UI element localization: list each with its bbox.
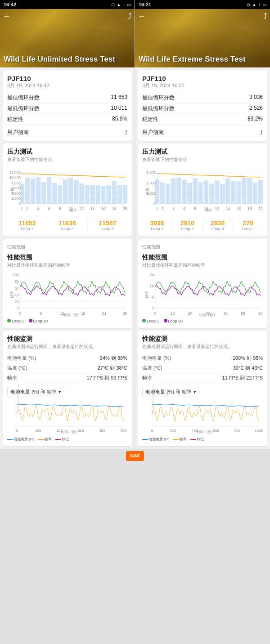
user-guide-label: 用户指南 — [7, 129, 29, 136]
svg-text:40: 40 — [15, 293, 19, 297]
stat-value: 11 653 — [111, 94, 127, 102]
svg-text:6: 6 — [40, 312, 42, 316]
svg-text:18: 18 — [112, 207, 117, 211]
perf-range-heading: 性能范围 — [7, 254, 127, 262]
back-arrow-icon[interactable]: ← — [138, 12, 146, 21]
status-bar: 16:42 ⊙ ▲ ↑ ▭ — [0, 0, 135, 9]
monitor-label: 电池电量 (%) — [142, 355, 171, 362]
svg-text:4: 4 — [37, 207, 40, 211]
panel-title: Wild Life Extreme Stress Test — [139, 54, 266, 64]
status-time: 16:42 — [4, 2, 16, 7]
svg-text:14: 14 — [90, 207, 95, 211]
info-card: PJF110 3月 19, 2024 16:42 最佳循环分数 11 653 最… — [3, 70, 132, 141]
share-icon-small[interactable]: ⤴ — [125, 130, 127, 136]
svg-text:500: 500 — [121, 429, 127, 433]
panel-left: 16:42 ⊙ ▲ ↑ ▭ ← ⤴ Wild Life Unlimited St… — [0, 0, 135, 449]
svg-text:18: 18 — [248, 207, 252, 211]
share-icon[interactable]: ⤴ — [263, 12, 267, 21]
svg-text:10: 10 — [171, 312, 175, 316]
loop-scores-row: 11653 Loop 1 11636 Loop 2 11587 Loop 3 — [7, 219, 127, 232]
monitor-row: 电池电量 (%) 94% 到 88% — [7, 353, 127, 363]
back-arrow-icon[interactable]: ← — [3, 12, 11, 21]
perf-legend: Loop 1 Loop 20 — [142, 319, 263, 323]
legend-item: Loop 20 — [29, 319, 48, 323]
perf-chart-container: 020406080100 0612182430 帧率 时间（秒） — [7, 272, 127, 317]
svg-text:帧率: 帧率 — [145, 291, 149, 298]
status-icons: ⊙ ▲ ↑ ▭ — [111, 2, 131, 7]
svg-rect-21 — [41, 182, 46, 204]
bottom-bar: 京品汇 — [0, 449, 270, 462]
stress-test-card: 压力测试 查看负载下的性能变化 01,0002,0003,000 1246810… — [138, 143, 267, 237]
svg-text:8,000: 8,000 — [11, 181, 21, 185]
svg-rect-96 — [176, 178, 181, 203]
svg-rect-98 — [182, 179, 186, 203]
stat-label: 稳定性 — [7, 116, 23, 123]
svg-text:60: 60 — [15, 286, 19, 291]
perf-range-subtitle: 对比最佳循环和最差循环的帧率 — [7, 262, 127, 268]
monitor-legend: 电池电量 (%) 帧率 标记 — [7, 437, 127, 442]
svg-rect-105 — [209, 183, 214, 204]
svg-text:0: 0 — [152, 307, 154, 311]
svg-rect-44 — [123, 185, 127, 204]
svg-rect-23 — [47, 177, 51, 204]
svg-rect-110 — [225, 178, 230, 203]
share-icon-small[interactable]: ⤴ — [260, 130, 263, 136]
svg-text:100: 100 — [13, 273, 19, 277]
svg-text:帧率: 帧率 — [10, 291, 14, 298]
monitor-value: 27°C 到 38°C — [98, 365, 127, 371]
svg-rect-114 — [242, 178, 246, 204]
share-icon[interactable]: ⤴ — [128, 12, 132, 21]
svg-text:4: 4 — [172, 207, 175, 211]
perf-range-eyebrow: 性能范围 — [142, 244, 263, 250]
svg-rect-32 — [79, 183, 84, 204]
svg-text:20: 20 — [258, 207, 263, 211]
svg-text:0: 0 — [17, 306, 19, 310]
monitor-title: 性能监测 — [7, 335, 127, 343]
svg-text:6: 6 — [183, 207, 185, 211]
monitor-dropdown[interactable]: 电池电量 (%) 和 帧率 ▾ — [142, 387, 199, 397]
loop-score-item: 2910 Loop 2 — [172, 219, 202, 232]
monitor-value: 17 FPS 到 93 FPS — [87, 375, 127, 381]
stat-row: 最低循环分数 2 526 — [142, 103, 263, 114]
svg-rect-30 — [74, 180, 78, 203]
svg-text:14: 14 — [226, 207, 230, 211]
svg-text:3,000: 3,000 — [146, 171, 156, 175]
stat-value: 85.9% — [112, 116, 127, 123]
panel-title: Wild Life Unlimited Stress Test — [4, 54, 131, 64]
status-bar: 16:21 ⊙ ▲ ↑ ▭ — [135, 0, 270, 9]
loop-score-value: 11587 — [88, 219, 127, 227]
monitor-legend-item: 帧率 — [173, 437, 187, 442]
test-date: 3月 19, 2024 16:42 — [7, 82, 127, 89]
panel-header: ← ⤴ Wild Life Extreme Stress Test — [135, 9, 270, 67]
svg-text:2,000: 2,000 — [146, 181, 156, 185]
svg-text:200: 200 — [171, 429, 177, 433]
svg-rect-108 — [220, 184, 225, 204]
svg-text:30: 30 — [123, 312, 127, 316]
main-container: 16:42 ⊙ ▲ ↑ ▭ ← ⤴ Wild Life Unlimited St… — [0, 0, 270, 449]
stress-section-title: 压力测试 — [142, 148, 263, 156]
monitor-legend-item: 标记 — [190, 437, 204, 442]
stress-section-subtitle: 查看负载下的性能变化 — [7, 157, 127, 163]
device-name: PJF110 — [7, 75, 127, 82]
monitor-value: 30°C 到 43°C — [233, 365, 263, 371]
svg-rect-119 — [258, 180, 263, 204]
svg-rect-104 — [204, 180, 208, 204]
svg-rect-20 — [36, 178, 40, 204]
stress-chart-container: 02,0004,0006,0008,00010,00012,000 124681… — [7, 166, 127, 216]
monitor-row: 帧率 11 FPS 到 22 FPS — [142, 373, 263, 383]
chevron-down-icon: ▾ — [58, 389, 61, 395]
svg-text:8: 8 — [152, 295, 154, 300]
perf-range-eyebrow: 性能范围 — [7, 244, 127, 250]
status-time: 16:21 — [139, 2, 151, 7]
loop-score-item: 278 Loop... — [233, 219, 263, 232]
svg-text:0: 0 — [19, 312, 21, 316]
loop-score-item: 2838 Loop 3 — [203, 219, 233, 232]
svg-text:80: 80 — [15, 280, 19, 284]
loop-score-label: Loop 3 — [88, 227, 127, 231]
loop-score-value: 3036 — [142, 219, 172, 227]
monitor-label: 温度 (°C) — [142, 365, 162, 371]
monitor-dropdown[interactable]: 电池电量 (%) 和 帧率 ▾ — [7, 387, 64, 397]
loop-score-item: 11653 Loop 1 — [7, 219, 47, 232]
chevron-down-icon: ▾ — [194, 389, 196, 395]
perf-legend: Loop 1 Loop 20 — [7, 319, 127, 323]
